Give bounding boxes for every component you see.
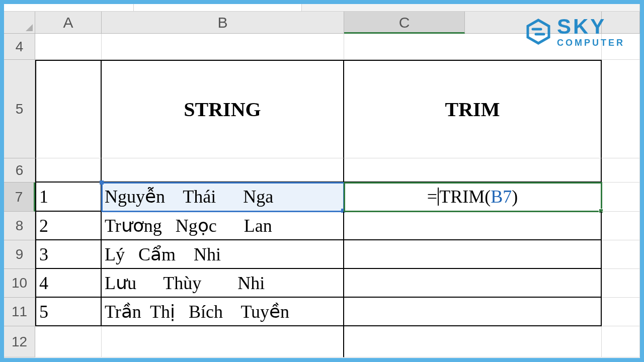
cell-A5[interactable] bbox=[35, 60, 102, 158]
cell-D7[interactable] bbox=[602, 183, 640, 212]
cell-B8[interactable]: Trương Ngọc Lan bbox=[102, 212, 344, 240]
cell-B4[interactable] bbox=[102, 34, 344, 60]
cell-C6[interactable] bbox=[344, 158, 602, 183]
cell-C10[interactable] bbox=[344, 269, 602, 298]
row-header-6[interactable]: 6 bbox=[4, 158, 35, 183]
ribbon-segment bbox=[302, 4, 640, 11]
formula-fn: TRIM( bbox=[439, 186, 491, 207]
cell-D6[interactable] bbox=[602, 158, 640, 183]
formula-ref: B7 bbox=[491, 186, 512, 207]
watermark-line1: SKY bbox=[557, 16, 625, 37]
cell-D12[interactable] bbox=[602, 326, 640, 357]
cell-B6[interactable] bbox=[102, 158, 344, 183]
cell-B9[interactable]: Lý Cẩm Nhi bbox=[102, 240, 344, 269]
row-9: 9 3 Lý Cẩm Nhi bbox=[4, 240, 640, 269]
cell-B10[interactable]: Lưu Thùy Nhi bbox=[102, 269, 344, 298]
cell-A8[interactable]: 2 bbox=[35, 212, 102, 240]
ribbon-segment bbox=[134, 4, 302, 11]
row-header-9[interactable]: 9 bbox=[4, 240, 35, 269]
row-7: 7 1 Nguyễn Thái Nga =TRIM(B7) bbox=[4, 183, 640, 212]
row-11: 11 5 Trần Thị Bích Tuyền bbox=[4, 298, 640, 326]
cell-D10[interactable] bbox=[602, 269, 640, 298]
cell-A10[interactable]: 4 bbox=[35, 269, 102, 298]
cell-B12[interactable] bbox=[102, 326, 344, 357]
cell-D11[interactable] bbox=[602, 298, 640, 326]
ribbon-segment bbox=[4, 4, 134, 11]
cell-B5[interactable]: STRING bbox=[102, 60, 344, 158]
cell-B7[interactable]: Nguyễn Thái Nga bbox=[102, 183, 344, 212]
row-header-8[interactable]: 8 bbox=[4, 212, 35, 240]
cell-B11[interactable]: Trần Thị Bích Tuyền bbox=[102, 298, 344, 326]
row-12: 12 bbox=[4, 326, 640, 357]
formula-equals: = bbox=[427, 186, 437, 207]
cell-C9[interactable] bbox=[344, 240, 602, 269]
cell-C5[interactable]: TRIM bbox=[344, 60, 602, 158]
row-5: 5 STRING TRIM bbox=[4, 60, 640, 158]
cell-A6[interactable] bbox=[35, 158, 102, 183]
column-header-A[interactable]: A bbox=[35, 12, 102, 34]
cell-D9[interactable] bbox=[602, 240, 640, 269]
row-header-10[interactable]: 10 bbox=[4, 269, 35, 298]
watermark-logo: SKY COMPUTER bbox=[525, 16, 625, 47]
spreadsheet: A B C 4 5 STRING TRIM 6 bbox=[4, 4, 640, 358]
row-8: 8 2 Trương Ngọc Lan bbox=[4, 212, 640, 240]
row-6: 6 bbox=[4, 158, 640, 183]
cell-C12[interactable] bbox=[344, 326, 602, 357]
column-header-C[interactable]: C bbox=[344, 12, 465, 34]
row-header-4[interactable]: 4 bbox=[4, 34, 35, 60]
formula-close: ) bbox=[512, 186, 518, 207]
row-10: 10 4 Lưu Thùy Nhi bbox=[4, 269, 640, 298]
row-header-7[interactable]: 7 bbox=[4, 183, 35, 212]
app-frame: SKY COMPUTER A B C 4 5 bbox=[4, 4, 640, 358]
ribbon-edge bbox=[4, 4, 640, 12]
cell-A4[interactable] bbox=[35, 34, 102, 60]
watermark-line2: COMPUTER bbox=[557, 38, 625, 47]
cell-D5[interactable] bbox=[602, 60, 640, 158]
column-header-B[interactable]: B bbox=[102, 12, 344, 34]
cell-C8[interactable] bbox=[344, 212, 602, 240]
row-header-5[interactable]: 5 bbox=[4, 60, 35, 158]
cell-A7[interactable]: 1 bbox=[35, 183, 102, 212]
cell-C7[interactable]: =TRIM(B7) bbox=[344, 183, 602, 212]
sky-logo-icon bbox=[525, 18, 552, 45]
cell-A11[interactable]: 5 bbox=[35, 298, 102, 326]
watermark-text: SKY COMPUTER bbox=[557, 16, 625, 47]
row-header-12[interactable]: 12 bbox=[4, 326, 35, 357]
cell-A12[interactable] bbox=[35, 326, 102, 357]
cell-D8[interactable] bbox=[602, 212, 640, 240]
row-header-11[interactable]: 11 bbox=[4, 298, 35, 326]
cell-C11[interactable] bbox=[344, 298, 602, 326]
cell-A9[interactable]: 3 bbox=[35, 240, 102, 269]
text-cursor-icon bbox=[438, 188, 439, 206]
select-all-triangle[interactable] bbox=[4, 12, 35, 34]
